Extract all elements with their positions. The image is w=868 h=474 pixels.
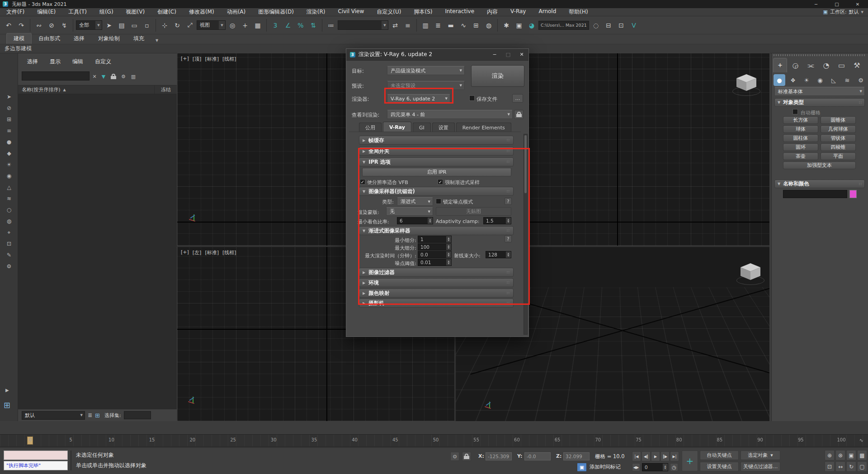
noise-threshold-spinner[interactable]: 0.01▲▼	[418, 259, 452, 266]
explorer-settings-icon[interactable]: ⚙	[119, 72, 127, 81]
category-spacewarps-icon[interactable]: ≋	[841, 74, 853, 86]
menu-item[interactable]: Arnold	[532, 8, 562, 16]
named-selection-sets-dropdown[interactable]: ▼	[338, 20, 388, 30]
sort-ascending-icon[interactable]: ≡	[5, 126, 14, 135]
maxscript-mini-listener-white[interactable]: "执行脚本完毕"	[4, 461, 68, 470]
sampler-type-dropdown[interactable]: 渐进式▼	[397, 197, 433, 206]
min-shading-rate-spinner[interactable]: 6▲▼	[397, 217, 433, 224]
tab-hierarchy[interactable]: ⫘	[804, 58, 818, 72]
reference-coordinate-dropdown[interactable]: 视图▼	[197, 20, 226, 30]
ribbon-minimize-icon[interactable]: ▼	[151, 37, 163, 44]
menu-item[interactable]: V-Ray	[504, 8, 532, 16]
zoom-extents-all-icon[interactable]: ▩	[857, 450, 867, 460]
name-column-header[interactable]: 名称(按升序排序)	[18, 86, 61, 93]
viewport-maximize-label[interactable]: [+]	[181, 56, 189, 62]
go-to-end-icon[interactable]: ▶|	[670, 451, 679, 461]
primitive-button-加强型文本[interactable]: 加强型文本	[783, 161, 856, 169]
primitive-button-几何球体[interactable]: 几何球体	[821, 125, 856, 133]
zoom-all-icon[interactable]: ⊛	[835, 450, 845, 460]
rollout-image-filter[interactable]: ▶ 图像过滤器∷	[359, 268, 514, 277]
renderer-dropdown[interactable]: V-Ray 6, update 2▼	[387, 94, 450, 103]
mirror-icon[interactable]: ⇄	[389, 19, 401, 31]
bind-to-space-warp-icon[interactable]: ↯	[58, 19, 70, 31]
list-view-icon[interactable]: ≣	[88, 412, 92, 418]
project-folder-field[interactable]: C:\Users\... Max 2021	[538, 21, 589, 30]
display-children-icon[interactable]: ⊞	[5, 115, 14, 123]
enable-ipr-button[interactable]: 启用 IPR	[362, 168, 511, 176]
display-bones-icon[interactable]: ⌖	[5, 228, 14, 237]
primitive-button-长方体[interactable]: 长方体	[783, 116, 818, 124]
angle-snap-icon[interactable]: ∠	[282, 19, 294, 31]
dialog-tab-V-Ray[interactable]: V-Ray	[383, 122, 411, 132]
dialog-tab-公用[interactable]: 公用	[359, 123, 382, 132]
min-subdivs-spinner[interactable]: 1▲▼	[418, 236, 452, 243]
category-helpers-icon[interactable]: ◺	[828, 74, 840, 86]
primitive-button-圆锥体[interactable]: 圆锥体	[821, 116, 856, 124]
maximize-viewport-toggle-icon[interactable]: ▢	[857, 461, 867, 472]
pick-container-icon[interactable]: ⊡	[5, 239, 14, 248]
dialog-tab-Render Elements[interactable]: Render Elements	[456, 123, 511, 132]
lock-view-button[interactable]	[514, 110, 524, 119]
tab-display[interactable]: ▭	[835, 58, 849, 72]
render-button[interactable]: 渲染	[471, 65, 524, 87]
menu-item[interactable]: 脚本(S)	[407, 8, 439, 16]
tab-modify[interactable]: ◶	[788, 58, 802, 72]
menu-item[interactable]: 渲染(R)	[300, 8, 332, 16]
search-input[interactable]	[22, 71, 90, 81]
selection-filter-dropdown[interactable]: 全部▼	[76, 20, 102, 30]
pan-icon[interactable]: ↔	[835, 461, 845, 472]
redo-icon[interactable]: ↷	[15, 19, 27, 31]
display-helpers-icon[interactable]: △	[5, 183, 14, 191]
expand-arrow-icon[interactable]: ▶	[5, 388, 9, 393]
explorer-settings-icon[interactable]: ⚙	[5, 262, 14, 270]
selection-lock-icon[interactable]	[462, 452, 471, 461]
display-none-icon[interactable]: ⊘	[5, 104, 14, 112]
add-time-tag-label[interactable]: 添加时间标记	[590, 464, 621, 470]
toggle-layer-explorer-icon[interactable]: ≣	[432, 19, 444, 31]
explorer-menu-编辑[interactable]: 编辑	[72, 58, 83, 66]
maxscript-mini-listener-pink[interactable]	[4, 450, 68, 460]
spinner-arrows-icon[interactable]: ▲▼	[428, 218, 433, 224]
tab-motion[interactable]: ◔	[819, 58, 833, 72]
force-progressive-checkbox[interactable]: ✓	[438, 179, 443, 185]
x-coordinate-field[interactable]: -125.309	[486, 452, 512, 460]
menu-item[interactable]: Interactive	[439, 8, 481, 16]
tab-create[interactable]: ＋	[773, 58, 787, 72]
dialog-tab-设置[interactable]: 设置	[432, 123, 455, 132]
selected-object-dropdown[interactable]: 选定对象▼	[741, 450, 780, 460]
spinner-arrows-icon[interactable]: ▲▼	[446, 251, 451, 258]
dialog-tab-GI[interactable]: GI	[413, 123, 431, 132]
viewport-maximize-label[interactable]: [+]	[181, 249, 189, 256]
zoom-icon[interactable]: ⊕	[825, 450, 835, 460]
spinner-arrows-icon[interactable]: ▲▼	[446, 259, 451, 265]
select-and-scale-icon[interactable]: ⤢	[184, 19, 196, 31]
primitive-button-圆柱体[interactable]: 圆柱体	[783, 134, 818, 142]
key-filters-button[interactable]: 关键点过滤器...	[741, 462, 780, 471]
viewport-shading-label[interactable]: [线框]	[222, 56, 236, 62]
spinner-arrows-icon[interactable]: ▲▼	[663, 464, 668, 471]
maximize-button[interactable]: □	[826, 0, 847, 8]
dialog-close-button[interactable]: ✕	[515, 49, 528, 61]
explorer-column-header[interactable]: 名称(按升序排序) ▲ 冻结	[18, 85, 177, 94]
render-preset-icon[interactable]: ⊟	[603, 19, 614, 31]
rollout-color-mapping[interactable]: ▶ 颜色映射∷	[359, 289, 514, 298]
select-and-manipulate-icon[interactable]: +	[239, 19, 251, 31]
primitive-category-dropdown[interactable]: 标准基本体▼	[774, 87, 865, 96]
explorer-menu-自定义[interactable]: 自定义	[95, 58, 111, 66]
set-keys-button[interactable]: +	[682, 450, 698, 471]
sampler-help-button[interactable]: ?	[505, 198, 512, 205]
viewport-layout-tabs-icon[interactable]: ⊞	[4, 400, 10, 410]
tab-utilities[interactable]: ⚒	[850, 58, 864, 72]
track-bar[interactable]: 0510152025303540455055606570758085909510…	[0, 434, 868, 447]
ribbon-tab-建模[interactable]: 建模	[6, 33, 32, 44]
menu-item[interactable]: 修改器(M)	[183, 8, 221, 16]
explorer-preset-dropdown[interactable]: 默认▼	[22, 411, 85, 420]
menu-item[interactable]: 图形编辑器(D)	[252, 8, 300, 16]
menu-item[interactable]: 动画(A)	[221, 8, 252, 16]
spinner-arrows-icon[interactable]: ▲▼	[446, 236, 451, 242]
rollout-image-sampler[interactable]: ▼ 图像采样器(抗锯齿)∷	[359, 187, 514, 196]
max-subdivs-spinner[interactable]: 100▲▼	[418, 243, 452, 251]
display-materials-icon[interactable]: ◍	[5, 217, 14, 225]
display-spacewarps-icon[interactable]: ≋	[5, 194, 14, 203]
ribbon-tab-自由形式[interactable]: 自由形式	[32, 33, 67, 44]
